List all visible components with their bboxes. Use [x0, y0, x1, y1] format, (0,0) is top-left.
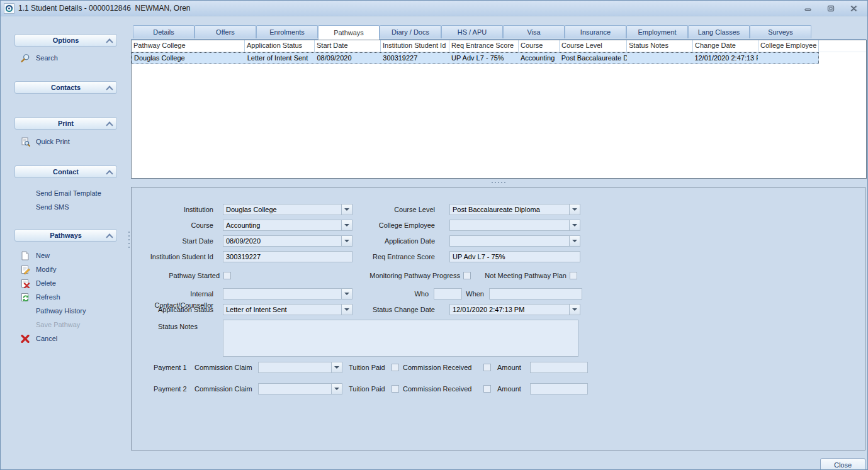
payment1-tuition-paid-checkbox[interactable]	[392, 364, 399, 371]
sidebar-item-modify[interactable]: Modify	[20, 264, 56, 275]
table-row[interactable]: Douglas College Letter of Intent Sent 08…	[132, 52, 819, 64]
dropdown-arrow-icon[interactable]	[569, 220, 580, 230]
payment2-amount-label: Amount	[497, 383, 521, 394]
titlebar[interactable]: 1.1 Student Details - 0000012846 NEWMAN,…	[1, 1, 867, 16]
application-status-combo[interactable]: Letter of Intent Sent	[223, 304, 352, 315]
payment1-commission-claim-label: Commission Claim	[194, 362, 252, 373]
grid-form-splitter[interactable]	[131, 179, 866, 185]
dropdown-arrow-icon[interactable]	[341, 289, 352, 299]
monitoring-pathway-progress-checkbox[interactable]	[463, 272, 471, 279]
req-entrance-score-label: Req Entrance Score	[346, 251, 435, 262]
payment2-amount-field[interactable]	[530, 383, 588, 394]
tab-pathways[interactable]: Pathways	[318, 25, 380, 40]
sidebar-item-quick-print[interactable]: Quick Print	[20, 136, 70, 147]
column-header-start-date[interactable]: Start Date	[315, 40, 381, 52]
dropdown-arrow-icon[interactable]	[569, 204, 580, 215]
payment1-commission-claim-combo[interactable]	[258, 362, 342, 373]
sidebar-item-cancel[interactable]: Cancel	[20, 333, 57, 344]
tab-visa[interactable]: Visa	[503, 25, 565, 38]
req-entrance-score-field[interactable]: UP Adv L7 - 75%	[449, 251, 580, 262]
internal-contact-counsellor-combo[interactable]	[223, 288, 352, 299]
minimize-icon[interactable]	[803, 4, 813, 13]
tab-insurance[interactable]: Insurance	[565, 25, 626, 38]
column-header-college-employee[interactable]: College Employee	[758, 40, 819, 52]
sidebar-item-new[interactable]: New	[20, 250, 50, 261]
sidebar-section-options[interactable]: Options	[14, 34, 117, 47]
column-header-pathway-college[interactable]: Pathway College	[132, 40, 245, 52]
course-level-combo[interactable]: Post Baccalaureate Diploma	[449, 204, 580, 215]
sidebar-item-delete[interactable]: Delete	[20, 277, 56, 289]
institution-student-id-label: Institution Student Id	[132, 251, 213, 262]
pathway-detail-form: Institution Douglas College Course Level…	[131, 187, 865, 450]
restore-icon[interactable]	[826, 4, 836, 13]
tab-details[interactable]: Details	[133, 25, 194, 38]
payment2-commission-received-checkbox[interactable]	[483, 385, 491, 393]
column-header-institution-student-id[interactable]: Institution Student Id	[381, 40, 449, 52]
sidebar-item-label: Quick Print	[36, 138, 70, 145]
start-date-combo[interactable]: 08/09/2020	[223, 235, 352, 247]
course-combo[interactable]: Accounting	[223, 220, 352, 231]
sidebar-item-send-email-template[interactable]: Send Email Template	[20, 187, 101, 199]
payment2-tuition-paid-label: Tuition Paid	[349, 383, 385, 394]
payment2-commission-claim-combo[interactable]	[258, 383, 342, 394]
institution-label: Institution	[132, 204, 213, 215]
sidebar-section-print[interactable]: Print	[14, 117, 117, 130]
status-notes-textarea[interactable]	[223, 320, 578, 357]
tab-lang-classes[interactable]: Lang Classes	[688, 25, 750, 38]
column-header-course-level[interactable]: Course Level	[560, 40, 627, 52]
sidebar-section-contact[interactable]: Contact	[14, 165, 117, 178]
cell-institution-student-id: 300319227	[381, 53, 449, 64]
not-meeting-pathway-plan-checkbox[interactable]	[570, 272, 577, 279]
payment1-commission-received-checkbox[interactable]	[483, 364, 491, 371]
sidebar-item-label: Save Pathway	[36, 321, 80, 328]
tab-enrolments[interactable]: Enrolments	[256, 25, 318, 38]
sidebar-item-search[interactable]: Search	[20, 52, 58, 64]
sidebar-item-label: Cancel	[36, 335, 57, 342]
tab-hs-apu[interactable]: HS / APU	[441, 25, 503, 38]
column-header-course[interactable]: Course	[519, 40, 560, 52]
delete-page-icon	[20, 278, 30, 288]
close-button[interactable]: Close	[820, 458, 865, 470]
tab-surveys[interactable]: Surveys	[750, 25, 811, 38]
sidebar-item-refresh[interactable]: Refresh	[20, 291, 60, 303]
cell-req-entrance-score: UP Adv L7 - 75%	[449, 53, 519, 64]
window-title: 1.1 Student Details - 0000012846 NEWMAN,…	[18, 4, 190, 13]
start-date-label: Start Date	[132, 235, 213, 247]
application-date-label: Application Date	[346, 235, 435, 247]
dropdown-arrow-icon[interactable]	[569, 236, 580, 246]
application-date-combo[interactable]	[449, 235, 580, 247]
college-employee-combo[interactable]	[449, 220, 580, 231]
who-field[interactable]	[434, 288, 462, 299]
sidebar-section-contacts[interactable]: Contacts	[14, 81, 117, 94]
column-header-status-notes[interactable]: Status Notes	[627, 40, 693, 52]
who-label: Who	[407, 288, 429, 299]
dropdown-arrow-icon[interactable]	[569, 305, 580, 315]
institution-student-id-field[interactable]: 300319227	[223, 251, 352, 262]
sidebar-item-save-pathway: Save Pathway	[20, 319, 80, 330]
cell-pathway-college: Douglas College	[132, 53, 245, 64]
payment2-tuition-paid-checkbox[interactable]	[392, 385, 399, 393]
column-header-req-entrance-score[interactable]: Req Entrance Score	[449, 40, 519, 52]
cancel-x-icon	[20, 333, 30, 344]
cell-course: Accounting	[519, 53, 560, 64]
column-header-application-status[interactable]: Application Status	[245, 40, 315, 52]
dropdown-arrow-icon[interactable]	[331, 362, 342, 372]
tab-diary-docs[interactable]: Diary / Docs	[380, 25, 441, 38]
cell-course-level: Post Baccalaureate Diploma	[560, 53, 627, 64]
status-notes-label: Status Notes	[132, 321, 198, 332]
close-window-icon[interactable]	[848, 4, 859, 13]
when-field[interactable]	[489, 288, 582, 299]
dropdown-arrow-icon[interactable]	[331, 384, 342, 394]
sidebar-item-label: Pathway History	[36, 307, 86, 315]
tab-offers[interactable]: Offers	[194, 25, 256, 38]
institution-combo[interactable]: Douglas College	[223, 204, 352, 215]
payment1-amount-field[interactable]	[530, 362, 588, 373]
tab-employment[interactable]: Employment	[626, 25, 688, 38]
column-header-change-date[interactable]: Change Date	[693, 40, 758, 52]
sidebar-item-send-sms[interactable]: Send SMS	[20, 201, 69, 213]
sidebar-section-pathways[interactable]: Pathways	[14, 229, 117, 242]
pathway-started-checkbox[interactable]	[223, 272, 231, 279]
status-change-date-label: Status Change Date	[346, 304, 435, 315]
sidebar-item-pathway-history[interactable]: Pathway History	[20, 305, 86, 316]
status-change-date-combo[interactable]: 12/01/2020 2:47:13 PM	[449, 304, 580, 315]
